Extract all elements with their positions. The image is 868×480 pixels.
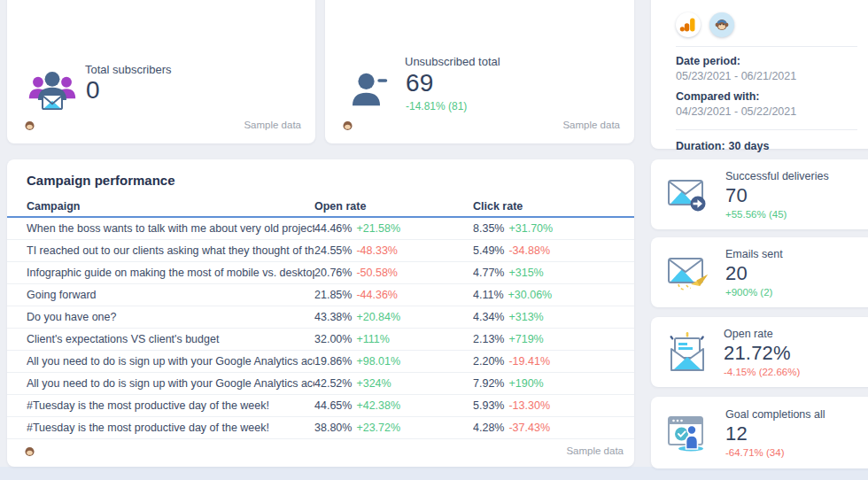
duration-label: Duration:	[676, 140, 725, 152]
compared-with-value: 04/23/2021 - 05/22/2021	[676, 105, 857, 118]
campaign-cell: Client's expectations VS client's budget	[27, 333, 314, 345]
column-header-click-rate[interactable]: Click rate	[473, 200, 634, 213]
table-header-row: Campaign Open rate Click rate	[7, 197, 634, 218]
metric-delta: +900% (2)	[725, 287, 783, 298]
open-rate-cell: 24.55%-48.33%	[314, 244, 473, 257]
click-rate-cell: 5.93%-13.30%	[473, 399, 634, 412]
table-row[interactable]: Client's expectations VS client's budget…	[7, 329, 634, 351]
campaign-cell: #Tuesday is the most productive day of t…	[27, 399, 314, 412]
campaign-cell: All you need to do is sign up with your …	[27, 355, 314, 368]
table-row[interactable]: Going forward21.85%-44.36%4.11%+30.06%	[7, 284, 634, 306]
metric-value: 20	[725, 262, 783, 285]
divider	[676, 46, 857, 47]
table-row[interactable]: When the boss wants to talk with me abou…	[7, 218, 634, 240]
mailchimp-icon	[709, 12, 734, 37]
sample-data-label: Sample data	[566, 445, 624, 456]
click-rate-cell: 4.34%+313%	[473, 311, 634, 323]
click-rate-cell: 4.77%+315%	[473, 267, 634, 279]
campaign-cell: Infographic guide on making the most of …	[27, 267, 314, 279]
click-rate-cell: 4.28%-37.43%	[473, 422, 634, 434]
metric-label: Successful deliveries	[725, 170, 829, 182]
subscribers-group-icon	[28, 69, 76, 115]
open-rate-cell: 42.52%+324%	[314, 377, 473, 390]
metric-value: 21.72%	[724, 342, 800, 365]
metric-delta: -14.81% (81)	[406, 100, 467, 112]
campaign-cell: When the boss wants to talk with me abou…	[27, 222, 314, 235]
campaign-cell: #Tuesday is the most productive day of t…	[27, 422, 314, 434]
connector-logos	[676, 12, 857, 37]
envelope-delivered-icon	[667, 176, 709, 213]
open-rate-cell: 44.65%+42.38%	[314, 399, 473, 412]
metric-label: Unsubscribed total	[405, 55, 500, 68]
campaign-cell: All you need to do is sign up with your …	[27, 377, 314, 390]
metric-delta: +55.56% (45)	[725, 209, 829, 220]
date-period-card: Date period: 05/23/2021 - 06/21/2021 Com…	[651, 0, 868, 149]
campaign-performance-card: Campaign performance Campaign Open rate …	[7, 159, 634, 467]
compared-with-label: Compared with:	[676, 90, 857, 103]
table-row[interactable]: Do you have one?43.38%+20.84%4.34%+313%	[7, 306, 634, 329]
sample-data-label: Sample data	[244, 120, 301, 130]
click-rate-cell: 8.35%+31.70%	[473, 222, 634, 235]
table-row[interactable]: TI reached out to our clients asking wha…	[7, 240, 634, 262]
envelope-open-icon	[667, 332, 708, 373]
goal-completions-icon	[667, 414, 709, 452]
date-period-value: 05/23/2021 - 06/21/2021	[676, 70, 857, 82]
campaign-table-body: When the boss wants to talk with me abou…	[7, 218, 634, 439]
column-header-open-rate[interactable]: Open rate	[314, 200, 473, 213]
page-footer-strip	[0, 467, 868, 480]
table-row[interactable]: #Tuesday is the most productive day of t…	[7, 417, 634, 439]
metric-value: 70	[725, 184, 829, 207]
open-rate-cell: 44.46%+21.58%	[314, 222, 473, 235]
table-row[interactable]: Infographic guide on making the most of …	[7, 262, 634, 284]
metric-label: Emails sent	[725, 248, 783, 260]
metric-value: 12	[725, 422, 825, 445]
table-row[interactable]: #Tuesday is the most productive day of t…	[7, 395, 634, 417]
metric-delta: -4.15% (22.66%)	[724, 367, 800, 377]
emails-sent-card: Emails sent 20 +900% (2)	[651, 237, 868, 307]
open-rate-cell: 38.80%+23.72%	[314, 422, 473, 434]
open-rate-cell: 21.85%-44.36%	[314, 289, 473, 301]
metric-value: 69	[406, 69, 434, 97]
column-header-campaign[interactable]: Campaign	[27, 200, 314, 213]
total-subscribers-card: Total subscribers 0 Sample data	[7, 0, 315, 143]
unsubscribed-total-card: Unsubscribed total 69 -14.81% (81) Sampl…	[325, 0, 634, 143]
click-rate-cell: 7.92%+190%	[473, 377, 634, 390]
sample-data-label: Sample data	[562, 120, 620, 130]
successful-deliveries-card: Successful deliveries 70 +55.56% (45)	[651, 159, 868, 229]
click-rate-cell: 5.49%-34.88%	[473, 244, 634, 257]
metric-label: Open rate	[724, 328, 800, 340]
metric-label: Total subscribers	[85, 63, 172, 76]
goal-completions-card: Goal completions all 12 -64.71% (34)	[651, 397, 868, 468]
open-rate-cell: 20.76%-50.58%	[314, 267, 473, 279]
click-rate-cell: 2.20%-19.41%	[473, 355, 634, 368]
person-minus-icon	[350, 71, 392, 112]
mailchimp-icon	[25, 119, 35, 129]
metric-label: Goal completions all	[725, 408, 825, 421]
open-rate-cell: 43.38%+20.84%	[314, 311, 473, 323]
mailchimp-icon	[343, 119, 353, 129]
campaign-cell: Going forward	[27, 289, 314, 301]
campaign-table: Campaign Open rate Click rate When the b…	[7, 197, 634, 439]
click-rate-cell: 4.11%+30.06%	[473, 289, 634, 301]
google-analytics-icon	[676, 12, 701, 37]
table-title: Campaign performance	[27, 173, 175, 188]
campaign-cell: Do you have one?	[27, 311, 314, 323]
click-rate-cell: 2.13%+719%	[473, 333, 634, 345]
open-rate-cell: 32.00%+111%	[314, 333, 473, 345]
metric-value: 0	[86, 76, 100, 105]
envelope-send-icon	[667, 254, 709, 291]
table-row[interactable]: All you need to do is sign up with your …	[7, 351, 634, 373]
metric-delta: -64.71% (34)	[725, 447, 825, 458]
campaign-cell: TI reached out to our clients asking wha…	[27, 244, 314, 257]
open-rate-card: Open rate 21.72% -4.15% (22.66%)	[651, 317, 868, 387]
table-row[interactable]: All you need to do is sign up with your …	[7, 373, 634, 395]
mailchimp-icon	[25, 445, 35, 455]
open-rate-cell: 19.86%+98.01%	[314, 355, 473, 368]
divider	[676, 129, 857, 130]
duration-value: 30 days	[729, 140, 770, 152]
duration-row: Duration:30 days	[676, 140, 857, 152]
date-period-label: Date period:	[676, 55, 857, 67]
